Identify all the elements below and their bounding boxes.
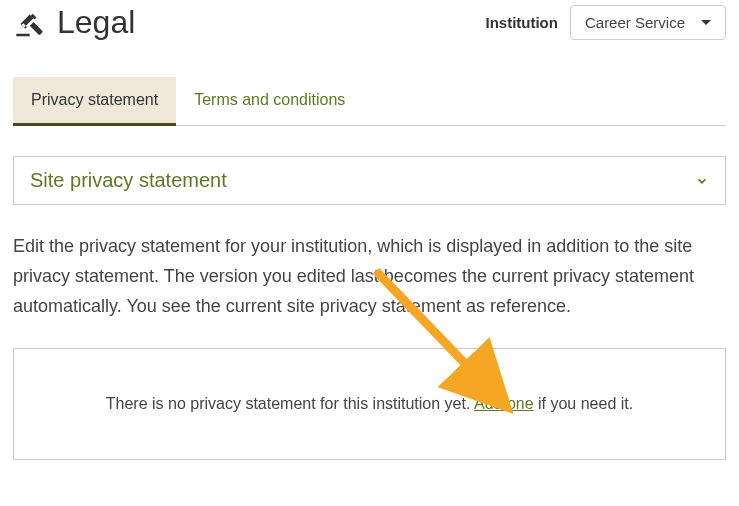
institution-selector-group: Institution Career Service bbox=[485, 5, 726, 40]
site-privacy-accordion[interactable]: Site privacy statement bbox=[13, 156, 726, 205]
gavel-icon bbox=[13, 7, 45, 39]
institution-dropdown[interactable]: Career Service bbox=[570, 5, 726, 40]
add-one-link[interactable]: Add one bbox=[474, 395, 534, 412]
accordion-title: Site privacy statement bbox=[30, 169, 227, 192]
institution-label: Institution bbox=[485, 14, 557, 31]
description-text: Edit the privacy statement for your inst… bbox=[13, 231, 726, 322]
empty-state-box: There is no privacy statement for this i… bbox=[13, 348, 726, 460]
tab-privacy-statement[interactable]: Privacy statement bbox=[13, 77, 176, 126]
chevron-down-icon bbox=[695, 174, 709, 188]
tabs: Privacy statement Terms and conditions bbox=[13, 77, 726, 126]
page-title: Legal bbox=[57, 4, 135, 41]
empty-state-suffix: if you need it. bbox=[534, 395, 634, 412]
institution-dropdown-value: Career Service bbox=[585, 14, 685, 31]
header-title-group: Legal bbox=[13, 4, 135, 41]
page-header: Legal Institution Career Service bbox=[13, 0, 726, 49]
tab-terms-and-conditions[interactable]: Terms and conditions bbox=[176, 77, 363, 125]
empty-state-prefix: There is no privacy statement for this i… bbox=[106, 395, 474, 412]
caret-down-icon bbox=[701, 20, 711, 25]
